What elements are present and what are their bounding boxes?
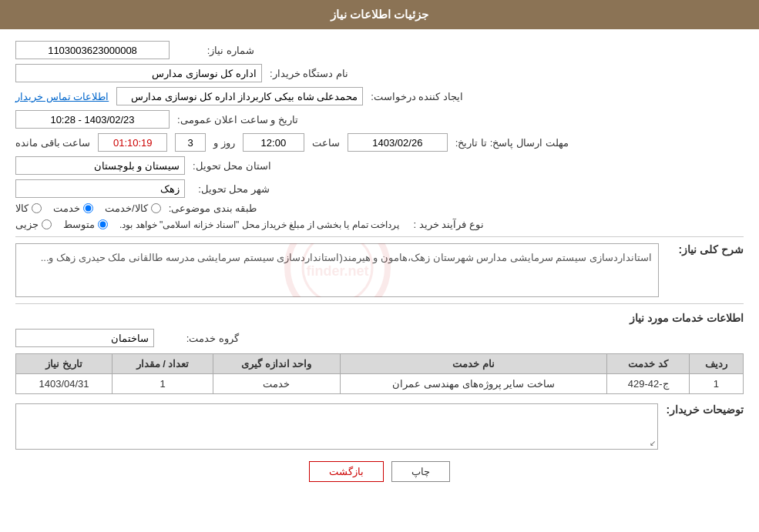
- city-field: [15, 179, 185, 198]
- general-desc-label: شرح کلی نیاز:: [667, 243, 744, 256]
- city-row: شهر محل تحویل:: [15, 179, 744, 198]
- general-desc-value: استانداردسازی سیستم سرمایشی مدارس شهرستا…: [41, 252, 652, 263]
- buyer-org-row: نام دستگاه خریدار:: [15, 64, 744, 82]
- cell-row: 1: [689, 374, 743, 394]
- col-header-qty: تعداد / مقدار: [113, 354, 213, 374]
- divider-1: [15, 236, 744, 237]
- content-area: شماره نیاز: نام دستگاه خریدار: ایجاد کنن…: [0, 29, 759, 505]
- remain-label: ساعت باقی مانده: [15, 137, 90, 149]
- days-label: روز و: [213, 137, 235, 149]
- general-desc-box: استانداردسازی سیستم سرمایشی مدارس شهرستا…: [15, 243, 659, 297]
- category-label: طبقه بندی موضوعی:: [169, 202, 257, 214]
- announce-field: [15, 110, 170, 129]
- page-header: جزئیات اطلاعات نیاز: [0, 0, 759, 29]
- buyer-desc-row: توضیحات خریدار: ↙: [15, 403, 744, 450]
- purchase-type-mutavasset[interactable]: متوسط: [63, 219, 108, 230]
- creator-row: ایجاد کننده درخواست: اطلاعات تماس خریدار: [15, 87, 744, 105]
- service-group-field: [15, 329, 154, 347]
- buyer-desc-label: توضیحات خریدار:: [666, 403, 744, 416]
- deadline-row: مهلت ارسال پاسخ: تا تاریخ: ساعت روز و سا…: [15, 133, 744, 152]
- purchase-type-label: نوع فرآیند خرید :: [407, 219, 484, 230]
- contact-link[interactable]: اطلاعات تماس خریدار: [15, 91, 109, 102]
- buyer-org-label: نام دستگاه خریدار:: [270, 68, 348, 79]
- category-option-3[interactable]: کالا/خدمت: [105, 202, 161, 214]
- service-group-row: گروه خدمت:: [15, 329, 744, 347]
- province-label: استان محل تحویل:: [193, 160, 271, 172]
- scroll-indicator: ↙: [650, 439, 656, 447]
- buttons-row: چاپ بازگشت: [15, 461, 744, 482]
- svg-text:finder.net: finder.net: [306, 263, 368, 279]
- back-button[interactable]: بازگشت: [309, 461, 384, 482]
- id-row: شماره نیاز:: [15, 41, 744, 59]
- col-header-date: تاریخ نیاز: [16, 354, 113, 374]
- service-group-label: گروه خدمت:: [162, 333, 239, 344]
- cell-qty: 1: [113, 374, 213, 394]
- creator-field: [116, 87, 363, 105]
- buyer-desc-container: ↙: [15, 403, 658, 450]
- purchase-desc: پرداخت تمام یا بخشی از مبلغ خریداز محل "…: [119, 219, 399, 230]
- print-button[interactable]: چاپ: [391, 461, 450, 482]
- general-desc-row: شرح کلی نیاز: استانداردسازی سیستم سرمایش…: [15, 243, 744, 297]
- col-header-code: کد خدمت: [607, 354, 689, 374]
- cell-unit: خدمت: [213, 374, 340, 394]
- col-header-unit: واحد اندازه گیری: [213, 354, 340, 374]
- category-option-1[interactable]: کالا: [15, 202, 42, 214]
- id-label: شماره نیاز:: [177, 45, 254, 56]
- col-header-row: ردیف: [689, 354, 743, 374]
- province-row: استان محل تحویل:: [15, 156, 744, 175]
- cell-name: ساخت سایر پروژه‌های مهندسی عمران: [340, 374, 607, 394]
- purchase-type-row: نوع فرآیند خرید : جزیی متوسط پرداخت تمام…: [15, 219, 744, 230]
- id-field: [15, 41, 170, 59]
- deadline-label: مهلت ارسال پاسخ: تا تاریخ:: [455, 137, 569, 149]
- creator-label: ایجاد کننده درخواست:: [371, 91, 463, 102]
- col-header-name: نام خدمت: [340, 354, 607, 374]
- announce-label: تاریخ و ساعت اعلان عمومی:: [177, 114, 298, 125]
- province-field: [15, 156, 185, 175]
- city-label: شهر محل تحویل:: [193, 183, 270, 195]
- deadline-days-field: [175, 133, 206, 152]
- deadline-date-field: [348, 133, 448, 152]
- deadline-time-field: [243, 133, 304, 152]
- cell-code: ج-42-429: [607, 374, 689, 394]
- divider-2: [15, 303, 744, 304]
- buyer-desc-box: [16, 404, 657, 447]
- category-row: طبقه بندی موضوعی: کالا خدمت کالا/خدمت: [15, 202, 744, 214]
- deadline-remain-field: [98, 133, 167, 152]
- page-title: جزئیات اطلاعات نیاز: [331, 8, 428, 21]
- category-radio-group: کالا خدمت کالا/خدمت: [15, 202, 161, 214]
- table-row: 1 ج-42-429 ساخت سایر پروژه‌های مهندسی عم…: [16, 374, 744, 394]
- purchase-type-group: جزیی متوسط پرداخت تمام یا بخشی از مبلغ خ…: [15, 219, 399, 230]
- announce-row: تاریخ و ساعت اعلان عمومی:: [15, 110, 744, 129]
- page-wrapper: جزئیات اطلاعات نیاز شماره نیاز: نام دستگ…: [0, 0, 759, 532]
- time-label: ساعت: [312, 137, 340, 149]
- purchase-type-jazei[interactable]: جزیی: [15, 219, 52, 230]
- cell-date: 1403/04/31: [16, 374, 113, 394]
- services-section-title: اطلاعات خدمات مورد نیاز: [15, 312, 744, 324]
- buyer-org-field: [15, 64, 262, 82]
- category-option-2[interactable]: خدمت: [53, 202, 93, 214]
- services-table: ردیف کد خدمت نام خدمت واحد اندازه گیری ت…: [15, 353, 744, 394]
